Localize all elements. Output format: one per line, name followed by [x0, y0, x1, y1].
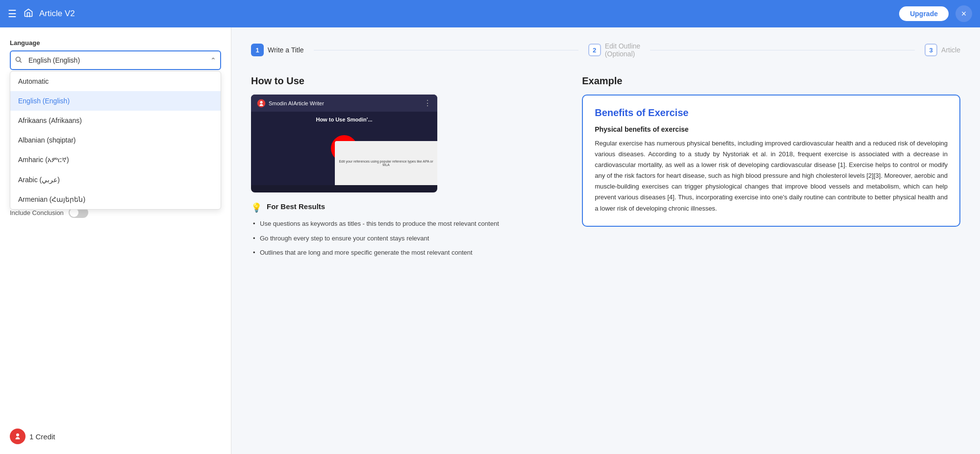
step-3-badge: 3 — [925, 44, 937, 56]
step-divider-2 — [650, 50, 915, 50]
best-results-header: 💡 For Best Results — [251, 202, 566, 213]
steps-bar: 1 Write a Title 2 Edit Outline(Optional)… — [251, 42, 960, 58]
step-divider-1 — [314, 50, 578, 50]
credit-label: 1 Credit — [29, 432, 55, 441]
svg-point-4 — [260, 101, 262, 103]
video-channel-name: Smodin AIArticle Writer — [269, 100, 324, 106]
best-results-title: For Best Results — [267, 202, 325, 211]
dropdown-item-english[interactable]: English (English) — [10, 91, 221, 111]
dropdown-item-albanian[interactable]: Albanian (shqiptar) — [10, 130, 221, 150]
video-logo: Smodin AIArticle Writer — [257, 99, 324, 108]
menu-icon[interactable]: ☰ — [8, 8, 17, 20]
example-card: Benefits of Exercise Physical benefits o… — [582, 95, 960, 227]
app-header: ☰ Article V2 Upgrade × — [0, 0, 980, 27]
svg-point-0 — [16, 57, 21, 62]
language-dropdown: Automatic English (English) Afrikaans (A… — [10, 71, 221, 210]
chevron-up-icon: ⌃ — [210, 56, 216, 64]
video-overlay-title: How to Use Smodin'... — [251, 117, 437, 122]
sidebar: Language ⌃ Automatic English (English) A… — [0, 27, 231, 454]
tip-2: Go through every step to ensure your con… — [251, 234, 566, 243]
dropdown-item-automatic[interactable]: Automatic — [10, 72, 221, 91]
language-select-wrapper: ⌃ Automatic English (English) Afrikaans … — [10, 50, 221, 70]
dropdown-item-afrikaans[interactable]: Afrikaans (Afrikaans) — [10, 111, 221, 130]
step-3-label: Article — [941, 46, 960, 54]
main-content: 1 Write a Title 2 Edit Outline(Optional)… — [231, 27, 980, 454]
how-to-use-title: How to Use — [251, 75, 566, 87]
video-header: Smodin AIArticle Writer ⋮ — [251, 95, 437, 112]
step-1-badge: 1 — [251, 44, 264, 56]
best-results-icon: 💡 — [251, 202, 262, 213]
close-button[interactable]: × — [955, 5, 972, 22]
tip-3: Outlines that are long and more specific… — [251, 248, 566, 258]
example-card-subtitle: Physical benefits of exercise — [595, 125, 948, 133]
include-conclusion-label: Include Conclusion — [10, 209, 64, 216]
main-layout: Language ⌃ Automatic English (English) A… — [0, 27, 980, 454]
language-label: Language — [10, 39, 221, 47]
dropdown-item-amharic[interactable]: Amharic (አምርኛ) — [10, 150, 221, 170]
upgrade-button[interactable]: Upgrade — [899, 6, 949, 21]
app-title: Article V2 — [39, 9, 899, 19]
example-title: Example — [582, 75, 960, 87]
step-2-badge: 2 — [588, 44, 601, 56]
language-input[interactable] — [10, 50, 221, 70]
dropdown-item-arabic[interactable]: Arabic (عربي) — [10, 170, 221, 190]
credit-section: 1 Credit — [10, 429, 55, 444]
step-1: 1 Write a Title — [251, 44, 304, 56]
video-thumbnail[interactable]: Smodin AIArticle Writer ⋮ How to Use Smo… — [251, 95, 437, 192]
video-menu-icon: ⋮ — [424, 98, 431, 108]
dropdown-item-armenian[interactable]: Armenian (Հայերեն) — [10, 190, 221, 209]
tips-list: Use questions as keywords as titles - th… — [251, 219, 566, 258]
svg-point-2 — [16, 433, 19, 436]
video-screenshot: Edit your references using popular refer… — [335, 141, 437, 185]
how-to-use-section: How to Use Smodin AIArticle Writer ⋮ — [251, 75, 566, 263]
credit-icon — [10, 429, 25, 444]
home-icon[interactable] — [24, 8, 33, 20]
example-card-body: Regular exercise has numerous physical b… — [595, 138, 948, 214]
tip-1: Use questions as keywords as titles - th… — [251, 219, 566, 229]
step-1-label: Write a Title — [268, 46, 304, 54]
example-section: Example Benefits of Exercise Physical be… — [582, 75, 960, 227]
step-2: 2 Edit Outline(Optional) — [588, 42, 640, 58]
content-columns: How to Use Smodin AIArticle Writer ⋮ — [251, 75, 960, 263]
step-3: 3 Article — [925, 44, 960, 56]
svg-line-1 — [20, 61, 21, 62]
example-card-title: Benefits of Exercise — [595, 107, 948, 119]
search-icon — [15, 56, 22, 65]
step-2-label: Edit Outline(Optional) — [605, 42, 640, 58]
